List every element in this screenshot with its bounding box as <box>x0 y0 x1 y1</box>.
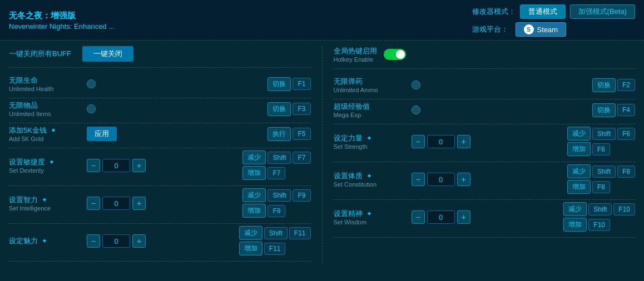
inc-label-button[interactable]: 增加 <box>563 218 587 232</box>
hotkey-key-button[interactable]: F3 <box>293 103 310 115</box>
feature-item-wrapper: 设置智力 ✦Set Intelligence−0+减少ShiftF9增加F9 <box>9 188 311 224</box>
inc-key-button[interactable]: F10 <box>588 219 610 231</box>
one-click-label: 一键关闭所有BUFF <box>9 49 71 59</box>
list-item: 设置精神 ✦Set Wisdom−0+减少ShiftF10增加F10 <box>334 202 636 232</box>
dec-label-button[interactable]: 减少 <box>242 150 266 164</box>
increment-button[interactable]: + <box>457 135 470 148</box>
hotkey-exec-button[interactable]: 执行 <box>267 127 291 141</box>
dec-label-button[interactable]: 减少 <box>563 202 587 216</box>
inc-hotkey-row: 增加F8 <box>567 180 635 194</box>
increment-button[interactable]: + <box>132 159 146 172</box>
number-control: −0+ <box>87 197 146 210</box>
inc-label-button[interactable]: 增加 <box>567 142 591 156</box>
increment-button[interactable]: + <box>457 173 470 186</box>
increment-button[interactable]: + <box>132 197 146 210</box>
hotkey-group: 减少ShiftF9增加F9 <box>242 188 310 218</box>
feature-controls: 切换F1 <box>87 77 311 91</box>
inc-label-button[interactable]: 增加 <box>242 204 266 218</box>
feature-sub-label: Set Constitution <box>334 181 412 188</box>
feature-controls: −0+减少ShiftF10增加F10 <box>412 202 636 232</box>
hotkey-action-button[interactable]: 切换 <box>267 77 291 91</box>
feature-item-wrapper: 无限生命Unlimited Health切换F1 <box>9 76 311 98</box>
dec-key-button[interactable]: F9 <box>293 189 310 202</box>
inc-key-button[interactable]: F11 <box>264 243 286 255</box>
dec-mod-key[interactable]: Shift <box>592 128 616 140</box>
number-control: −0+ <box>87 159 146 172</box>
inc-label-button[interactable]: 增加 <box>242 166 266 180</box>
hotkey-group: 减少ShiftF10增加F10 <box>563 202 635 232</box>
dec-mod-key[interactable]: Shift <box>592 165 616 178</box>
inc-key-button[interactable]: F8 <box>592 181 610 193</box>
separator <box>9 261 311 262</box>
hotkey-key-button[interactable]: F4 <box>617 104 635 116</box>
dec-key-button[interactable]: F11 <box>289 227 311 239</box>
inc-label-button[interactable]: 增加 <box>567 180 591 194</box>
decrement-button[interactable]: − <box>87 159 100 172</box>
feature-label-block: 添加5K金钱 ✦Add 5K Gold <box>9 126 87 142</box>
increment-button[interactable]: + <box>457 210 470 224</box>
dec-label-button[interactable]: 减少 <box>567 164 591 178</box>
hotkey-action-button[interactable]: 切换 <box>592 78 616 92</box>
left-features-container: 无限生命Unlimited Health切换F1无限物品Unlimited It… <box>9 76 311 262</box>
header-left: 无冬之夜：增强版 Neverwinter Nights: Enhanced ..… <box>9 11 115 31</box>
list-item: 超级经验值Mega Exp切换F4 <box>334 102 636 118</box>
feature-item-wrapper: 设定魅力 ✦−0+减少ShiftF11增加F11 <box>9 226 311 262</box>
dec-label-button[interactable]: 减少 <box>242 188 266 202</box>
inc-key-button[interactable]: F9 <box>267 205 285 217</box>
inc-key-button[interactable]: F6 <box>592 143 610 155</box>
feature-toggle[interactable] <box>87 104 96 113</box>
hotkey-enable-toggle[interactable] <box>384 49 406 60</box>
feature-main-label: 设置精神 ✦ <box>334 209 412 219</box>
feature-label-block: 设置智力 ✦Set Intelligence <box>9 195 87 212</box>
dec-mod-key[interactable]: Shift <box>267 152 291 164</box>
steam-button[interactable]: S Steam <box>516 22 567 37</box>
feature-main-label: 设置敏捷度 ✦ <box>9 157 87 167</box>
normal-mode-button[interactable]: 普通模式 <box>520 4 566 19</box>
feature-main-label: 无限物品 <box>9 101 87 111</box>
hotkey-action-button[interactable]: 切换 <box>592 103 616 117</box>
dec-key-button[interactable]: F7 <box>293 152 310 164</box>
one-click-button[interactable]: 一键关闭 <box>82 46 133 62</box>
decrement-button[interactable]: − <box>412 210 425 224</box>
number-control: −0+ <box>412 173 470 186</box>
feature-sub-label: Set Dexterity <box>9 167 87 174</box>
inc-key-button[interactable]: F7 <box>267 167 285 179</box>
inc-hotkey-row: 增加F6 <box>567 142 635 156</box>
inc-hotkey-row: 增加F11 <box>239 242 311 255</box>
inc-hotkey-row: 增加F9 <box>242 204 310 218</box>
apply-button[interactable]: 应用 <box>87 127 117 141</box>
beta-mode-button[interactable]: 加强模式(Beta) <box>570 4 635 19</box>
number-control: −0+ <box>87 234 146 248</box>
feature-toggle[interactable] <box>412 81 420 89</box>
dec-label-button[interactable]: 减少 <box>239 226 262 240</box>
dec-label-button[interactable]: 减少 <box>567 127 591 140</box>
inc-label-button[interactable]: 增加 <box>239 242 262 255</box>
decrement-button[interactable]: − <box>412 173 425 186</box>
steam-label: Steam <box>537 26 558 34</box>
dec-key-button[interactable]: F10 <box>613 203 635 215</box>
feature-controls: 切换F2 <box>412 78 636 92</box>
decrement-button[interactable]: − <box>87 197 100 210</box>
dec-key-button[interactable]: F8 <box>617 165 635 178</box>
feature-label-block: 设置体质 ✦Set Constitution <box>334 171 412 188</box>
feature-toggle[interactable] <box>87 79 96 88</box>
dec-mod-key[interactable]: Shift <box>588 203 612 215</box>
hotkey-group: 减少ShiftF7增加F7 <box>242 150 310 180</box>
feature-main-label: 无限弹药 <box>334 77 412 87</box>
increment-button[interactable]: + <box>132 234 146 248</box>
star-icon: ✦ <box>365 134 372 142</box>
dec-key-button[interactable]: F6 <box>617 128 635 140</box>
dec-mod-key[interactable]: Shift <box>264 227 288 239</box>
hotkey-key-label[interactable]: F5 <box>293 128 310 140</box>
decrement-button[interactable]: − <box>87 234 100 248</box>
number-control: −0+ <box>412 210 470 224</box>
star-icon: ✦ <box>365 172 372 180</box>
decrement-button[interactable]: − <box>412 135 425 148</box>
hotkey-action-button[interactable]: 切换 <box>267 102 291 116</box>
feature-toggle[interactable] <box>412 106 420 114</box>
dec-mod-key[interactable]: Shift <box>267 189 291 202</box>
dec-hotkey-row: 减少ShiftF10 <box>563 202 635 216</box>
hotkey-key-button[interactable]: F2 <box>617 79 635 91</box>
hotkey-key-button[interactable]: F1 <box>293 78 310 90</box>
list-item: 无限弹药Unlimited Ammo切换F2 <box>334 77 636 93</box>
